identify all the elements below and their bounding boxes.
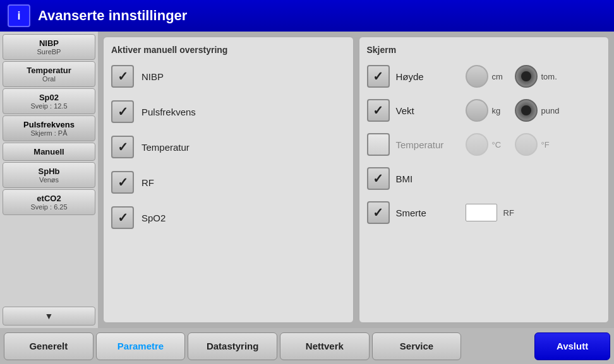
check-row-nibp: NIBP	[111, 65, 346, 88]
skjerm-row-hoyde: Høyde cm tom.	[367, 65, 601, 88]
radio-tom[interactable]	[515, 65, 538, 88]
radio-cm[interactable]	[466, 65, 488, 88]
tab-service[interactable]: Service	[372, 332, 462, 360]
label-skjerm-temperatur: Temperatur	[396, 139, 459, 150]
unit-rf-smerte: RF	[503, 208, 522, 218]
check-row-spo2: SpO2	[111, 206, 346, 229]
smerte-rf-input[interactable]	[466, 204, 497, 221]
check-row-pulsfrekvens: Pulsfrekvens	[111, 100, 346, 123]
radio-group-temperatur: °C °F	[466, 133, 560, 156]
unit-tom: tom.	[541, 72, 560, 81]
sidebar: NIBP SureBP Temperatur Oral Sp02 Sveip :…	[0, 32, 98, 328]
sidebar-item-spo2[interactable]: Sp02 Sveip : 12.5	[3, 88, 95, 114]
skjerm-row-vekt: Vekt kg pund	[367, 99, 601, 122]
sidebar-item-etco2[interactable]: etCO2 Sveip : 6.25	[3, 189, 95, 215]
tab-parametre[interactable]: Parametre	[96, 332, 186, 360]
info-icon: i	[17, 9, 20, 23]
label-bmi: BMI	[396, 173, 459, 184]
label-vekt: Vekt	[396, 105, 459, 116]
sidebar-item-temperatur[interactable]: Temperatur Oral	[3, 61, 95, 87]
unit-cm: cm	[492, 72, 511, 81]
skjerm-row-smerte: Smerte RF	[367, 201, 601, 224]
checkbox-vekt[interactable]	[367, 99, 390, 122]
tab-nettverk[interactable]: Nettverk	[280, 332, 370, 360]
checkbox-nibp[interactable]	[111, 65, 134, 88]
main-layout: NIBP SureBP Temperatur Oral Sp02 Sveip :…	[0, 32, 614, 328]
checkbox-rf[interactable]	[111, 171, 134, 194]
label-smerte: Smerte	[396, 208, 459, 218]
radio-group-vekt: kg pund	[466, 99, 560, 122]
header: i Avanserte innstillinger	[0, 0, 614, 32]
sidebar-item-pulsfrekvens[interactable]: Pulsfrekvens Skjerm : PÅ	[3, 115, 95, 141]
label-nibp: NIBP	[141, 71, 346, 82]
unit-fahrenheit: °F	[541, 140, 560, 150]
label-hoyde: Høyde	[396, 71, 459, 82]
skjerm-row-bmi: BMI	[367, 167, 601, 190]
right-panel: Skjerm Høyde cm tom. Vekt kg	[359, 37, 610, 323]
page-title: Avanserte innstillinger	[38, 8, 187, 24]
tab-generelt[interactable]: Generelt	[4, 332, 93, 360]
check-row-rf: RF	[111, 171, 346, 194]
header-icon: i	[8, 4, 30, 27]
radio-kg[interactable]	[466, 99, 488, 122]
checkbox-spo2[interactable]	[111, 206, 134, 229]
exit-button[interactable]: Avslutt	[534, 332, 610, 360]
arrow-down-icon: ▼	[45, 311, 54, 321]
sidebar-item-manuell[interactable]: Manuell	[3, 143, 95, 161]
right-panel-title: Skjerm	[367, 45, 601, 55]
label-temperatur: Temperatur	[141, 142, 346, 153]
unit-celsius: °C	[492, 140, 511, 150]
radio-group-hoyde: cm tom.	[466, 65, 560, 88]
check-row-temperatur: Temperatur	[111, 136, 346, 158]
radio-fahrenheit[interactable]	[515, 133, 538, 156]
checkbox-skjerm-temperatur[interactable]	[367, 133, 390, 156]
checkbox-pulsfrekvens[interactable]	[111, 100, 134, 123]
bottom-tabs: Generelt Parametre Datastyring Nettverk …	[0, 328, 614, 364]
left-panel-title: Aktiver manuell overstyring	[111, 45, 346, 55]
radio-celsius[interactable]	[466, 133, 488, 156]
label-rf: RF	[141, 177, 346, 188]
left-panel: Aktiver manuell overstyring NIBP Pulsfre…	[103, 37, 354, 323]
label-spo2: SpO2	[141, 213, 346, 223]
checkbox-smerte[interactable]	[367, 201, 390, 224]
sidebar-item-nibp[interactable]: NIBP SureBP	[3, 34, 95, 60]
tab-datastyring[interactable]: Datastyring	[188, 332, 277, 360]
sidebar-item-sphb[interactable]: SpHb Venøs	[3, 162, 95, 188]
radio-pund[interactable]	[515, 99, 538, 122]
checkbox-temperatur[interactable]	[111, 136, 134, 158]
content-area: Aktiver manuell overstyring NIBP Pulsfre…	[98, 32, 614, 328]
sidebar-scroll-down[interactable]: ▼	[3, 307, 95, 326]
label-pulsfrekvens: Pulsfrekvens	[141, 107, 346, 117]
checkbox-bmi[interactable]	[367, 167, 390, 190]
unit-kg: kg	[492, 106, 511, 115]
skjerm-row-temperatur: Temperatur °C °F	[367, 133, 601, 156]
unit-pund: pund	[541, 106, 560, 115]
checkbox-hoyde[interactable]	[367, 65, 390, 88]
